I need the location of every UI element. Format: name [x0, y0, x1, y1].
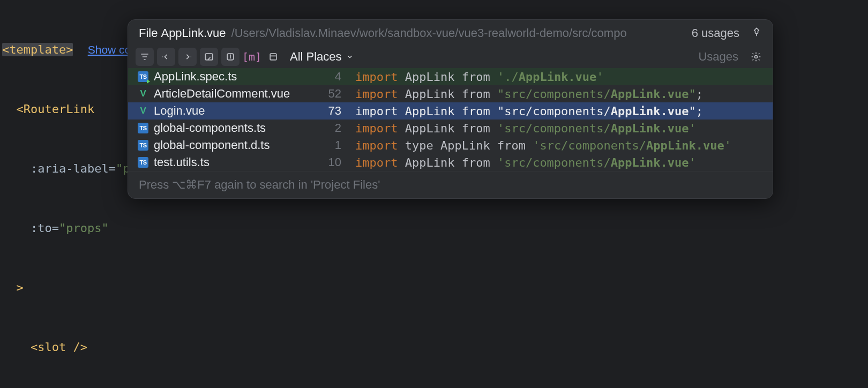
usage-preview: import AppLink from "src/components/AppL… — [355, 87, 763, 101]
scope-dropdown[interactable]: All Places — [290, 50, 354, 64]
usage-line-number: 52 — [320, 87, 341, 101]
svg-point-6 — [230, 55, 231, 55]
usage-line-number: 2 — [320, 121, 341, 135]
usage-row[interactable]: TSAppLink.spec.ts4import AppLink from '.… — [128, 68, 773, 85]
svg-rect-7 — [270, 54, 276, 60]
panel-icon[interactable] — [264, 48, 282, 66]
vue-file-icon: V — [138, 88, 148, 99]
usage-row[interactable]: VLogin.vue73import AppLink from "src/com… — [128, 102, 773, 120]
ts-file-icon: TS — [138, 71, 148, 82]
usage-filename: Login.vue — [154, 104, 320, 118]
usage-filename: global-component.d.ts — [154, 138, 320, 152]
pin-icon[interactable] — [751, 26, 762, 40]
usage-preview: import type AppLink from 'src/components… — [355, 139, 763, 152]
file-path: /Users/Vladislav.Minaev/work/sandbox-vue… — [231, 26, 680, 40]
usage-filename: test.utils.ts — [154, 155, 320, 169]
usage-preview: import AppLink from 'src/components/AppL… — [355, 122, 763, 135]
usage-count: 6 usages — [692, 26, 739, 40]
gear-icon[interactable] — [747, 48, 765, 66]
info-icon[interactable] — [221, 48, 240, 66]
navigate-next-icon[interactable] — [178, 48, 197, 66]
usage-filename: ArticleDetailComment.vue — [154, 87, 320, 101]
file-label: File — [139, 26, 158, 40]
usage-line-number: 10 — [320, 155, 341, 169]
usages-popup: File AppLink.vue /Users/Vladislav.Minaev… — [128, 19, 773, 199]
file-name: AppLink.vue — [161, 26, 226, 40]
usage-preview: import AppLink from 'src/components/AppL… — [355, 156, 763, 169]
usage-row[interactable]: TSglobal-component.d.ts1import type AppL… — [128, 137, 773, 154]
usage-row[interactable]: TSglobal-components.ts2import AppLink fr… — [128, 120, 773, 137]
usage-row[interactable]: TStest.utils.ts10import AppLink from 'sr… — [128, 154, 773, 171]
usage-row[interactable]: VArticleDetailComment.vue52import AppLin… — [128, 85, 773, 102]
usage-filename: global-components.ts — [154, 121, 320, 135]
usage-line-number: 73 — [320, 104, 341, 118]
bracket-m-icon[interactable]: [m] — [243, 48, 261, 66]
ts-file-icon: TS — [138, 157, 148, 168]
usage-preview: import AppLink from './AppLink.vue' — [355, 70, 763, 84]
open-tool-icon[interactable] — [200, 48, 218, 66]
usages-list: TSAppLink.spec.ts4import AppLink from '.… — [128, 68, 773, 171]
vue-file-icon: V — [138, 106, 148, 116]
popup-toolbar: [m] All Places Usages — [128, 46, 773, 68]
ts-file-icon: TS — [138, 123, 148, 133]
usage-line-number: 4 — [320, 70, 341, 84]
usage-filename: AppLink.spec.ts — [154, 70, 320, 84]
usages-tab[interactable]: Usages — [698, 50, 738, 64]
usage-preview: import AppLink from "src/components/AppL… — [355, 105, 763, 118]
usage-line-number: 1 — [320, 138, 341, 152]
popup-footer: Press ⌥⌘F7 again to search in 'Project F… — [128, 171, 773, 198]
chevron-down-icon — [346, 53, 354, 61]
ts-file-icon: TS — [138, 140, 148, 151]
svg-point-9 — [755, 56, 758, 58]
scope-label: All Places — [290, 50, 342, 64]
popup-header: File AppLink.vue /Users/Vladislav.Minaev… — [128, 20, 773, 46]
navigate-prev-icon[interactable] — [157, 48, 175, 66]
template-open-tag: <template> — [2, 43, 73, 56]
settings-filter-icon[interactable] — [136, 48, 154, 66]
